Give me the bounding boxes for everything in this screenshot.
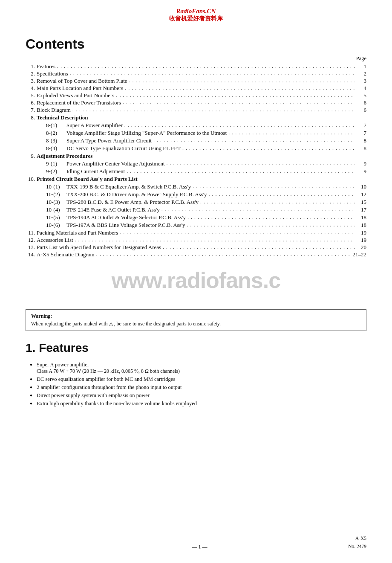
warning-text: When replacing the parts maked with △ , …: [31, 321, 361, 327]
toc-sub-row: 10-(5) TPS-194A AC Outlet & Voltage Sele…: [26, 214, 366, 221]
toc-label: Specifications: [37, 70, 68, 77]
toc-row: 6. Replacement of the Power Transistors …: [26, 99, 366, 106]
toc-sub-row: 8-(3) Super A Type Power Amplifier Circu…: [26, 137, 366, 144]
feature-item: Extra high operability thanks to the non…: [30, 400, 366, 407]
toc-page: 1: [356, 63, 366, 70]
feature-item: Super A power amplifierClass A 70 W + 70…: [30, 362, 366, 374]
toc-sub-num: 8-(4): [46, 145, 65, 152]
toc-label: Replacement of the Power Transistors: [37, 99, 121, 106]
feature-main: 2 amplifier configuration throughout fro…: [37, 384, 182, 390]
toc-num: 6.: [26, 99, 35, 106]
toc-page: 9: [356, 168, 366, 175]
toc-sub-num: 10-(2): [46, 191, 65, 198]
feature-main: Direct power supply system with emphasis…: [37, 392, 150, 398]
toc-num: 8.: [26, 114, 35, 121]
toc-sub-num: 10-(5): [46, 214, 65, 221]
toc-label: Printed Circuit Board Ass'y and Parts Li…: [37, 176, 138, 183]
toc-page: 20: [356, 244, 366, 251]
toc-sub-num: 8-(1): [46, 122, 65, 129]
toc-row: 7. Block Diagram . . . . . . . . . . . .…: [26, 107, 366, 113]
toc-sub-num: 8-(3): [46, 137, 65, 144]
toc-sub-num: 10-(3): [46, 199, 65, 206]
toc-page: 7: [356, 122, 366, 129]
feature-main: DC servo equalization amplifier for both…: [37, 376, 175, 382]
toc-label: Technical Description: [37, 114, 88, 121]
toc-num: 12.: [26, 237, 35, 244]
toc-page: 9: [356, 160, 366, 167]
page: RadioFans.CN 收音机爱好者资料库 Contents Page 1. …: [0, 0, 392, 563]
watermark-text: www.radiofans.c: [26, 271, 366, 293]
toc-label: Features: [37, 63, 55, 70]
toc-sub-label: Power Amplifier Center Voltage Adjustmen…: [66, 160, 165, 167]
toc-sub-row: 10-(6) TPS-197A & BBS Line Voltage Selec…: [26, 222, 366, 229]
toc-num: 4.: [26, 85, 35, 92]
toc-sub-row: 8-(4) DC Servo Type Equalization Circuit…: [26, 145, 366, 152]
toc-page: 12: [356, 191, 366, 198]
toc-sub-label: Super A Type Power Amplifier Circuit: [66, 137, 152, 144]
toc-label: Adjustment Procedures: [37, 153, 92, 160]
toc-page: 6: [356, 107, 366, 113]
toc-sub-label: TXX-200 B.C. & D Driver Amp. & Power Sup…: [66, 191, 207, 198]
toc-sub-num: 10-(4): [46, 206, 65, 213]
toc-label: A-X5 Schematic Diagram: [37, 251, 95, 258]
toc-page: 3: [356, 78, 366, 84]
toc-sub-row: 9-(1) Power Amplifier Center Voltage Adj…: [26, 160, 366, 167]
toc-label: Packing Materials and Part Numbers: [37, 229, 118, 236]
feature-sub: Class A 70 W + 70 W (20 Hz — 20 kHz, 0.0…: [37, 368, 366, 374]
features-title: 1. Features: [26, 341, 366, 355]
toc-group-header: 10.Printed Circuit Board Ass'y and Parts…: [26, 176, 366, 183]
toc-page: 10: [356, 183, 366, 190]
toc-page: 6: [356, 99, 366, 106]
footer-page-number: — 1 —: [51, 544, 348, 550]
toc-num: 7.: [26, 107, 35, 113]
toc-label: Exploded Views and Part Numbers: [37, 92, 114, 99]
toc-row: 5. Exploded Views and Part Numbers . . .…: [26, 92, 366, 99]
footer-doc-num: No. 2479: [348, 543, 366, 550]
toc-page: 8: [356, 137, 366, 144]
feature-item: 2 amplifier configuration throughout fro…: [30, 384, 366, 391]
toc-row: 13. Parts List with Specified Numbers fo…: [26, 244, 366, 251]
toc-row: 2. Specifications . . . . . . . . . . . …: [26, 70, 366, 77]
toc-sub-label: Super A Power Amplifier: [66, 122, 123, 129]
toc-page: 15: [356, 199, 366, 206]
toc-page: 19: [356, 229, 366, 236]
toc-sub-row: 10-(3) TPS-280 B.C.D. & E Power Amp. & P…: [26, 199, 366, 206]
toc-num: 2.: [26, 70, 35, 77]
toc-sub-label: DC Servo Type Equalization Circuit Using…: [66, 145, 181, 152]
toc-row: 11. Packing Materials and Part Numbers .…: [26, 229, 366, 236]
toc-num: 10.: [26, 176, 35, 183]
toc-page: 21–22: [353, 251, 367, 258]
toc-row: 3. Removal of Top Cover and Bottom Plate…: [26, 78, 366, 84]
toc-page: 2: [356, 70, 366, 77]
toc-sub-label: Voltage Amplifier Stage Utilizing "Super…: [66, 130, 227, 136]
feature-item: Direct power supply system with emphasis…: [30, 392, 366, 399]
toc-sub-label: TXX-199 B & C Equalizer Amp. & Switch P.…: [66, 183, 191, 190]
toc-label: Parts List with Specified Numbers for De…: [37, 244, 161, 251]
toc-num: 11.: [26, 229, 35, 236]
toc-sub-num: 9-(2): [46, 168, 65, 175]
toc-page: 7: [356, 130, 366, 136]
feature-item: DC servo equalization amplifier for both…: [30, 376, 366, 383]
toc-sub-num: 8-(2): [46, 130, 65, 136]
toc-page: 19: [356, 237, 366, 244]
toc-sub-row: 8-(2) Voltage Amplifier Stage Utilizing …: [26, 130, 366, 136]
warning-label: Warning:: [31, 313, 361, 319]
site-title-line2: 收音机爱好者资料库: [26, 15, 366, 23]
warning-box: Warning: When replacing the parts maked …: [26, 309, 366, 331]
toc-row: 4. Main Parts Location and Part Numbers …: [26, 85, 366, 92]
toc-label: Removal of Top Cover and Bottom Plate: [37, 78, 127, 84]
footer-model: A-X5: [348, 534, 366, 542]
toc-list: 1. Features . . . . . . . . . . . . . . …: [26, 63, 366, 258]
toc-row: 12. Accessories List . . . . . . . . . .…: [26, 237, 366, 244]
toc-num: 9.: [26, 153, 35, 160]
toc-sub-row: 9-(2) Idling Current Adjustment . . . . …: [26, 168, 366, 175]
contents-title: Contents: [26, 36, 366, 52]
page-header: RadioFans.CN 收音机爱好者资料库: [26, 0, 366, 27]
toc-page: 18: [356, 222, 366, 229]
toc-sub-label: TPS-194A AC Outlet & Voltage Selector P.…: [66, 214, 186, 221]
toc-label: Main Parts Location and Part Numbers: [37, 85, 123, 92]
toc-num: 14.: [26, 251, 35, 258]
toc-row: 14. A-X5 Schematic Diagram . . . . . . .…: [26, 251, 366, 258]
table-of-contents: Page 1. Features . . . . . . . . . . . .…: [26, 55, 366, 258]
site-title-line1: RadioFans.CN: [26, 8, 366, 15]
